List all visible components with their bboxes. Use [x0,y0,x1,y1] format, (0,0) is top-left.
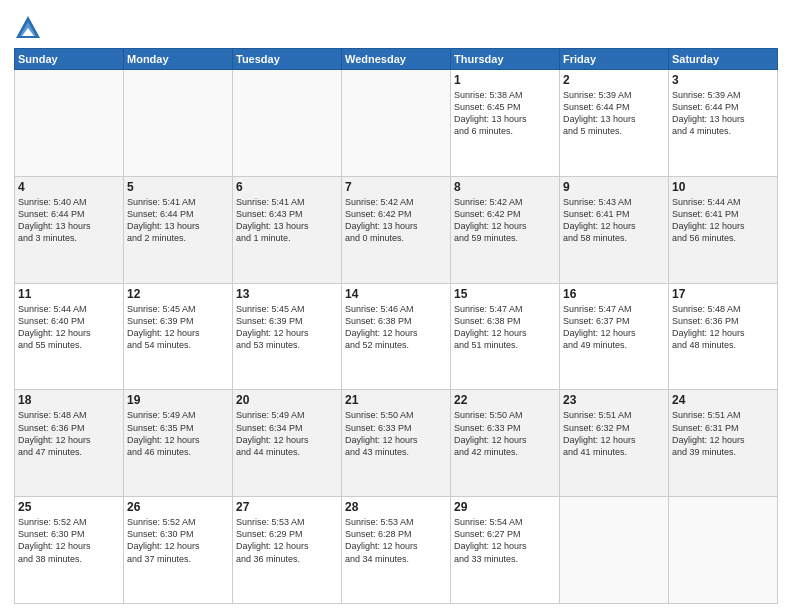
calendar-cell: 29Sunrise: 5:54 AM Sunset: 6:27 PM Dayli… [451,497,560,604]
calendar-cell: 25Sunrise: 5:52 AM Sunset: 6:30 PM Dayli… [15,497,124,604]
day-number: 22 [454,393,556,407]
calendar-cell: 27Sunrise: 5:53 AM Sunset: 6:29 PM Dayli… [233,497,342,604]
calendar-table: SundayMondayTuesdayWednesdayThursdayFrid… [14,48,778,604]
calendar-cell: 3Sunrise: 5:39 AM Sunset: 6:44 PM Daylig… [669,70,778,177]
day-number: 7 [345,180,447,194]
calendar-cell: 5Sunrise: 5:41 AM Sunset: 6:44 PM Daylig… [124,176,233,283]
cell-content: Sunrise: 5:38 AM Sunset: 6:45 PM Dayligh… [454,89,556,138]
calendar-cell: 12Sunrise: 5:45 AM Sunset: 6:39 PM Dayli… [124,283,233,390]
calendar-cell: 4Sunrise: 5:40 AM Sunset: 6:44 PM Daylig… [15,176,124,283]
day-number: 17 [672,287,774,301]
calendar-cell: 18Sunrise: 5:48 AM Sunset: 6:36 PM Dayli… [15,390,124,497]
calendar-cell: 15Sunrise: 5:47 AM Sunset: 6:38 PM Dayli… [451,283,560,390]
calendar-cell [233,70,342,177]
day-number: 10 [672,180,774,194]
cell-content: Sunrise: 5:44 AM Sunset: 6:40 PM Dayligh… [18,303,120,352]
cell-content: Sunrise: 5:39 AM Sunset: 6:44 PM Dayligh… [672,89,774,138]
calendar-cell: 19Sunrise: 5:49 AM Sunset: 6:35 PM Dayli… [124,390,233,497]
calendar-week-3: 11Sunrise: 5:44 AM Sunset: 6:40 PM Dayli… [15,283,778,390]
calendar-cell [669,497,778,604]
cell-content: Sunrise: 5:54 AM Sunset: 6:27 PM Dayligh… [454,516,556,565]
calendar-week-1: 1Sunrise: 5:38 AM Sunset: 6:45 PM Daylig… [15,70,778,177]
calendar-cell [15,70,124,177]
cell-content: Sunrise: 5:48 AM Sunset: 6:36 PM Dayligh… [672,303,774,352]
calendar-cell: 21Sunrise: 5:50 AM Sunset: 6:33 PM Dayli… [342,390,451,497]
page: SundayMondayTuesdayWednesdayThursdayFrid… [0,0,792,612]
col-header-monday: Monday [124,49,233,70]
logo-icon [14,14,42,42]
day-number: 29 [454,500,556,514]
day-number: 25 [18,500,120,514]
day-number: 8 [454,180,556,194]
cell-content: Sunrise: 5:41 AM Sunset: 6:43 PM Dayligh… [236,196,338,245]
cell-content: Sunrise: 5:52 AM Sunset: 6:30 PM Dayligh… [18,516,120,565]
cell-content: Sunrise: 5:49 AM Sunset: 6:35 PM Dayligh… [127,409,229,458]
calendar-cell: 7Sunrise: 5:42 AM Sunset: 6:42 PM Daylig… [342,176,451,283]
calendar-cell: 23Sunrise: 5:51 AM Sunset: 6:32 PM Dayli… [560,390,669,497]
cell-content: Sunrise: 5:45 AM Sunset: 6:39 PM Dayligh… [236,303,338,352]
day-number: 11 [18,287,120,301]
cell-content: Sunrise: 5:46 AM Sunset: 6:38 PM Dayligh… [345,303,447,352]
cell-content: Sunrise: 5:40 AM Sunset: 6:44 PM Dayligh… [18,196,120,245]
day-number: 9 [563,180,665,194]
calendar-cell: 20Sunrise: 5:49 AM Sunset: 6:34 PM Dayli… [233,390,342,497]
day-number: 1 [454,73,556,87]
col-header-wednesday: Wednesday [342,49,451,70]
calendar-cell: 14Sunrise: 5:46 AM Sunset: 6:38 PM Dayli… [342,283,451,390]
day-number: 3 [672,73,774,87]
cell-content: Sunrise: 5:39 AM Sunset: 6:44 PM Dayligh… [563,89,665,138]
day-number: 13 [236,287,338,301]
day-number: 19 [127,393,229,407]
cell-content: Sunrise: 5:45 AM Sunset: 6:39 PM Dayligh… [127,303,229,352]
calendar-cell: 1Sunrise: 5:38 AM Sunset: 6:45 PM Daylig… [451,70,560,177]
calendar-header-row: SundayMondayTuesdayWednesdayThursdayFrid… [15,49,778,70]
day-number: 2 [563,73,665,87]
cell-content: Sunrise: 5:52 AM Sunset: 6:30 PM Dayligh… [127,516,229,565]
cell-content: Sunrise: 5:50 AM Sunset: 6:33 PM Dayligh… [345,409,447,458]
col-header-friday: Friday [560,49,669,70]
cell-content: Sunrise: 5:41 AM Sunset: 6:44 PM Dayligh… [127,196,229,245]
calendar-cell: 10Sunrise: 5:44 AM Sunset: 6:41 PM Dayli… [669,176,778,283]
calendar-cell [342,70,451,177]
calendar-week-2: 4Sunrise: 5:40 AM Sunset: 6:44 PM Daylig… [15,176,778,283]
logo [14,14,46,42]
cell-content: Sunrise: 5:49 AM Sunset: 6:34 PM Dayligh… [236,409,338,458]
day-number: 5 [127,180,229,194]
calendar-cell: 9Sunrise: 5:43 AM Sunset: 6:41 PM Daylig… [560,176,669,283]
day-number: 26 [127,500,229,514]
calendar-cell: 8Sunrise: 5:42 AM Sunset: 6:42 PM Daylig… [451,176,560,283]
day-number: 12 [127,287,229,301]
calendar-cell: 11Sunrise: 5:44 AM Sunset: 6:40 PM Dayli… [15,283,124,390]
cell-content: Sunrise: 5:53 AM Sunset: 6:29 PM Dayligh… [236,516,338,565]
cell-content: Sunrise: 5:48 AM Sunset: 6:36 PM Dayligh… [18,409,120,458]
col-header-sunday: Sunday [15,49,124,70]
cell-content: Sunrise: 5:42 AM Sunset: 6:42 PM Dayligh… [345,196,447,245]
day-number: 28 [345,500,447,514]
cell-content: Sunrise: 5:47 AM Sunset: 6:37 PM Dayligh… [563,303,665,352]
calendar-cell: 17Sunrise: 5:48 AM Sunset: 6:36 PM Dayli… [669,283,778,390]
day-number: 23 [563,393,665,407]
col-header-thursday: Thursday [451,49,560,70]
day-number: 6 [236,180,338,194]
cell-content: Sunrise: 5:53 AM Sunset: 6:28 PM Dayligh… [345,516,447,565]
cell-content: Sunrise: 5:51 AM Sunset: 6:32 PM Dayligh… [563,409,665,458]
day-number: 4 [18,180,120,194]
calendar-cell: 28Sunrise: 5:53 AM Sunset: 6:28 PM Dayli… [342,497,451,604]
day-number: 14 [345,287,447,301]
day-number: 16 [563,287,665,301]
calendar-cell [560,497,669,604]
day-number: 18 [18,393,120,407]
day-number: 27 [236,500,338,514]
calendar-week-4: 18Sunrise: 5:48 AM Sunset: 6:36 PM Dayli… [15,390,778,497]
day-number: 21 [345,393,447,407]
cell-content: Sunrise: 5:43 AM Sunset: 6:41 PM Dayligh… [563,196,665,245]
cell-content: Sunrise: 5:50 AM Sunset: 6:33 PM Dayligh… [454,409,556,458]
calendar-cell: 16Sunrise: 5:47 AM Sunset: 6:37 PM Dayli… [560,283,669,390]
calendar-cell: 26Sunrise: 5:52 AM Sunset: 6:30 PM Dayli… [124,497,233,604]
calendar-cell: 2Sunrise: 5:39 AM Sunset: 6:44 PM Daylig… [560,70,669,177]
day-number: 24 [672,393,774,407]
cell-content: Sunrise: 5:44 AM Sunset: 6:41 PM Dayligh… [672,196,774,245]
col-header-tuesday: Tuesday [233,49,342,70]
calendar-cell: 24Sunrise: 5:51 AM Sunset: 6:31 PM Dayli… [669,390,778,497]
cell-content: Sunrise: 5:47 AM Sunset: 6:38 PM Dayligh… [454,303,556,352]
